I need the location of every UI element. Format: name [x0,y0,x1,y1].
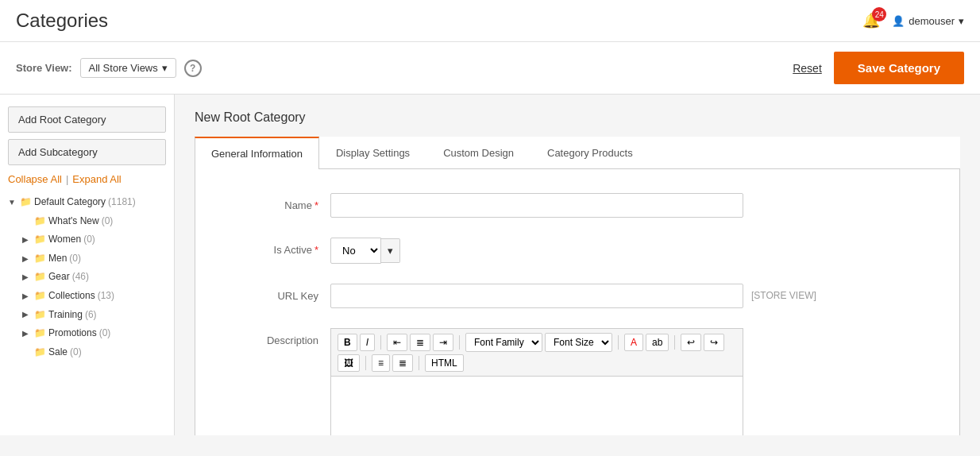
is-active-row: Is Active* No Yes ▾ [219,238,936,264]
form-panel: Name* Is Active* No Yes ▾ UR [195,169,960,435]
add-subcategory-button[interactable]: Add Subcategory [8,139,166,165]
tree-node-sale[interactable]: 📁 Sale (0) [22,343,166,362]
url-key-input[interactable] [330,284,743,308]
tab-display[interactable]: Display Settings [319,137,426,169]
store-view-value: All Store Views [89,62,158,74]
save-category-button[interactable]: Save Category [834,52,964,84]
name-input[interactable] [330,193,743,218]
promotions-folder-icon: 📁 [34,325,46,342]
html-button[interactable]: HTML [425,354,464,372]
url-key-label: URL Key [219,284,330,302]
user-icon: 👤 [892,15,905,27]
gear-name: Gear [48,269,70,286]
collections-name: Collections [48,288,95,305]
tree-separator: | [66,173,68,185]
root-folder-icon: 📁 [20,194,32,211]
sidebar: Add Root Category Add Subcategory Collap… [0,95,175,435]
collections-folder-icon: 📁 [34,288,46,305]
training-folder-icon: 📁 [34,307,46,324]
tabs: General Information Display Settings Cus… [195,137,960,169]
toolbar-separator-1 [380,335,381,350]
user-menu[interactable]: 👤 demouser ▾ [892,15,964,27]
collapse-all-link[interactable]: Collapse All [8,173,62,185]
women-name: Women [48,231,81,249]
notification-bell[interactable]: 🔔 24 [862,12,880,29]
tree-children: 📁 What's New (0) ▶ 📁 Women (0) [8,212,166,362]
name-required-indicator: * [314,199,318,211]
tab-general[interactable]: General Information [195,137,319,169]
whats-new-count: (0) [102,213,114,230]
action-buttons: Reset Save Category [793,52,964,84]
tree-node-collections[interactable]: ▶ 📁 Collections (13) [22,287,166,306]
promotions-expand-icon: ▶ [22,327,32,341]
tree-controls: Collapse All | Expand All [8,173,166,185]
toolbar-separator-6 [419,356,419,370]
undo-button[interactable]: ↩ [681,334,701,351]
training-expand-icon: ▶ [22,307,32,322]
font-family-select[interactable]: Font Family [465,333,542,352]
toolbar-separator-4 [674,335,675,350]
store-view-chevron-icon: ▾ [162,62,168,74]
tree-node-gear[interactable]: ▶ 📁 Gear (46) [22,268,166,287]
highlight-button[interactable]: ab [646,334,669,351]
women-expand-icon: ▶ [22,233,32,247]
sale-count: (0) [70,344,82,361]
is-active-required-indicator: * [314,244,318,256]
men-folder-icon: 📁 [34,250,46,268]
root-node-count: (1181) [108,194,136,211]
gear-folder-icon: 📁 [34,269,46,286]
men-count: (0) [69,250,81,268]
root-node-name: Default Category [34,194,106,211]
tree-node-men[interactable]: ▶ 📁 Men (0) [22,249,166,269]
align-center-button[interactable]: ≣ [410,334,430,351]
tree-node-women[interactable]: ▶ 📁 Women (0) [22,230,166,249]
page-title: Categories [16,10,108,32]
tab-category-products[interactable]: Category Products [531,137,650,169]
gear-count: (46) [72,269,89,286]
whats-new-folder-icon: 📁 [34,213,46,230]
category-tree: ▼ 📁 Default Category (1181) 📁 What's New… [8,193,166,361]
section-title: New Root Category [195,110,960,125]
add-root-category-button[interactable]: Add Root Category [8,106,166,133]
whats-new-name: What's New [48,213,99,230]
action-bar: Store View: All Store Views ▾ ? Reset Sa… [0,42,980,95]
is-active-arrow-icon[interactable]: ▾ [381,238,400,263]
tree-node-training[interactable]: ▶ 📁 Training (6) [22,306,166,325]
store-view-label: Store View: [16,62,72,74]
reset-button[interactable]: Reset [793,62,822,75]
align-right-button[interactable]: ⇥ [433,334,453,351]
tree-node-promotions[interactable]: ▶ 📁 Promotions (0) [22,324,166,343]
bold-button[interactable]: B [338,334,357,351]
description-row: Description B I ⇤ ≣ ⇥ Font Family [219,328,936,435]
training-count: (6) [85,307,97,324]
help-icon[interactable]: ? [184,60,202,77]
font-size-select[interactable]: Font Size [545,333,612,352]
username: demouser [909,15,955,27]
is-active-select[interactable]: No Yes [330,238,381,264]
align-left-button[interactable]: ⇤ [387,334,407,351]
italic-button[interactable]: I [360,334,375,351]
sale-name: Sale [48,344,68,361]
unordered-list-button[interactable]: ≡ [372,354,390,372]
collections-count: (13) [98,288,114,305]
expand-all-link[interactable]: Expand All [72,173,121,185]
description-editor-body[interactable] [330,376,743,435]
editor-toolbar: B I ⇤ ≣ ⇥ Font Family Font Size [330,328,743,376]
font-color-button[interactable]: A [624,334,643,351]
men-name: Men [48,250,67,268]
collections-expand-icon: ▶ [22,289,32,303]
men-expand-icon: ▶ [22,252,32,266]
store-view-select[interactable]: All Store Views ▾ [80,58,176,78]
sale-folder-icon: 📁 [34,344,46,361]
insert-image-button[interactable]: 🖼 [338,354,360,372]
ordered-list-button[interactable]: ≣ [392,354,413,372]
redo-button[interactable]: ↪ [704,334,724,351]
women-folder-icon: 📁 [34,231,46,249]
name-row: Name* [219,193,936,218]
toolbar-separator-2 [459,335,460,350]
tab-custom-design[interactable]: Custom Design [426,137,531,169]
is-active-label: Is Active* [219,238,330,256]
tree-node-whats-new[interactable]: 📁 What's New (0) [22,212,166,231]
promotions-count: (0) [99,325,111,342]
tree-node-root[interactable]: ▼ 📁 Default Category (1181) 📁 What's New… [8,193,166,361]
